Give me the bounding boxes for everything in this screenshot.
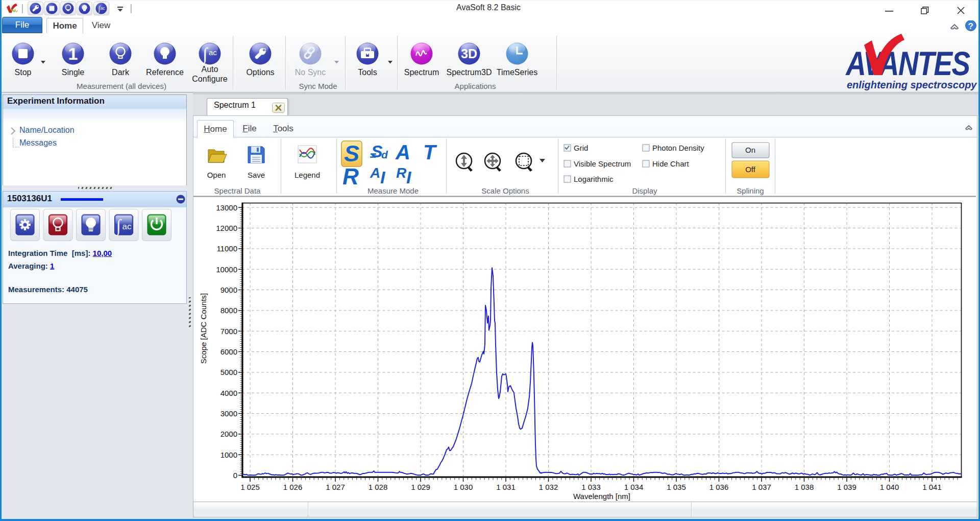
svg-text:Single: Single [62,68,85,77]
svg-text:Display: Display [632,186,657,195]
svg-text:1 034: 1 034 [624,483,644,491]
svg-text:A: A [395,141,410,163]
svg-text:ac: ac [101,6,106,11]
svg-text:Dark: Dark [112,68,130,77]
svg-text:12000: 12000 [216,224,237,232]
svg-text:0: 0 [233,471,237,480]
svg-text:Measurement (all devices): Measurement (all devices) [77,82,166,90]
svg-text:3000: 3000 [220,409,237,418]
svg-text:1 041: 1 041 [922,483,942,491]
svg-text:1 027: 1 027 [326,483,345,491]
svg-text:A: A [370,165,380,181]
svg-text:I: I [406,168,412,187]
svg-text:10000: 10000 [216,265,237,274]
svg-text:13000: 13000 [216,203,237,212]
svg-text:T: T [423,141,437,163]
svg-text:Legend: Legend [295,171,320,179]
svg-text:1 025: 1 025 [240,483,260,491]
svg-text:1 030: 1 030 [454,483,473,491]
svg-text:1 033: 1 033 [581,483,601,491]
svg-text:Logarithmic: Logarithmic [574,175,614,183]
svg-text:Save: Save [248,171,265,179]
svg-text:Measure Mode: Measure Mode [368,186,419,195]
svg-text:4000: 4000 [220,389,237,397]
svg-text:Spectrum3D: Spectrum3D [447,68,492,77]
svg-text:11000: 11000 [216,244,237,253]
svg-text:R: R [396,165,407,181]
svg-text:Grid: Grid [574,144,588,152]
svg-text:Spectral Data: Spectral Data [214,186,261,195]
svg-text:ac: ac [122,222,132,231]
svg-text:1 040: 1 040 [880,483,899,491]
svg-text:No Sync: No Sync [295,68,326,77]
svg-text:1 039: 1 039 [837,483,856,491]
svg-text:8000: 8000 [220,306,237,315]
svg-text:2000: 2000 [220,430,237,438]
svg-text:S: S [344,140,359,167]
svg-text:Tools: Tools [358,68,377,77]
svg-text:ac: ac [209,48,217,57]
svg-text:6000: 6000 [220,347,237,356]
svg-text:Configure: Configure [192,75,227,83]
svg-text:Open: Open [207,171,226,179]
svg-text:Sync Mode: Sync Mode [299,82,337,90]
svg-text:Photon Density: Photon Density [652,144,704,152]
svg-text:enlightening spectroscopy: enlightening spectroscopy [847,79,977,90]
svg-text:Scope [ADC Counts]: Scope [ADC Counts] [199,293,208,364]
svg-text:1 037: 1 037 [752,483,771,491]
svg-text:9000: 9000 [220,286,237,294]
svg-text:1 038: 1 038 [795,483,814,491]
svg-text:1 028: 1 028 [369,483,388,491]
svg-text:1000: 1000 [220,451,237,459]
svg-text:Wavelength [nm]: Wavelength [nm] [573,492,630,501]
svg-text:Reference: Reference [146,68,184,77]
svg-text:d: d [381,149,388,160]
svg-text:Splining: Splining [737,186,764,195]
svg-text:Applications: Applications [455,82,496,90]
svg-text:Hide Chart: Hide Chart [652,159,690,168]
svg-text:Auto: Auto [202,65,218,74]
svg-text:1: 1 [68,44,78,63]
svg-text:Spectrum: Spectrum [404,68,439,77]
svg-text:1 036: 1 036 [709,483,729,491]
svg-text:1 026: 1 026 [283,483,303,491]
svg-text:3D: 3D [461,46,477,61]
svg-text:On: On [745,146,755,154]
svg-text:1 031: 1 031 [496,483,516,491]
svg-text:1 035: 1 035 [667,483,686,491]
svg-text:TimeSeries: TimeSeries [497,68,537,77]
svg-text:7000: 7000 [220,327,237,336]
svg-text:AVANTES: AVANTES [845,44,970,82]
svg-text:?: ? [968,21,973,31]
svg-text:I: I [380,168,386,187]
svg-text:R: R [342,164,359,189]
svg-text:Visible Spectrum: Visible Spectrum [574,159,631,168]
svg-text:5000: 5000 [220,368,237,376]
svg-text:Stop: Stop [15,68,32,77]
svg-text:1 032: 1 032 [539,483,558,491]
svg-text:Scale Options: Scale Options [481,186,529,195]
svg-text:Off: Off [745,165,756,174]
svg-text:Options: Options [246,68,274,77]
svg-text:1 029: 1 029 [411,483,430,491]
